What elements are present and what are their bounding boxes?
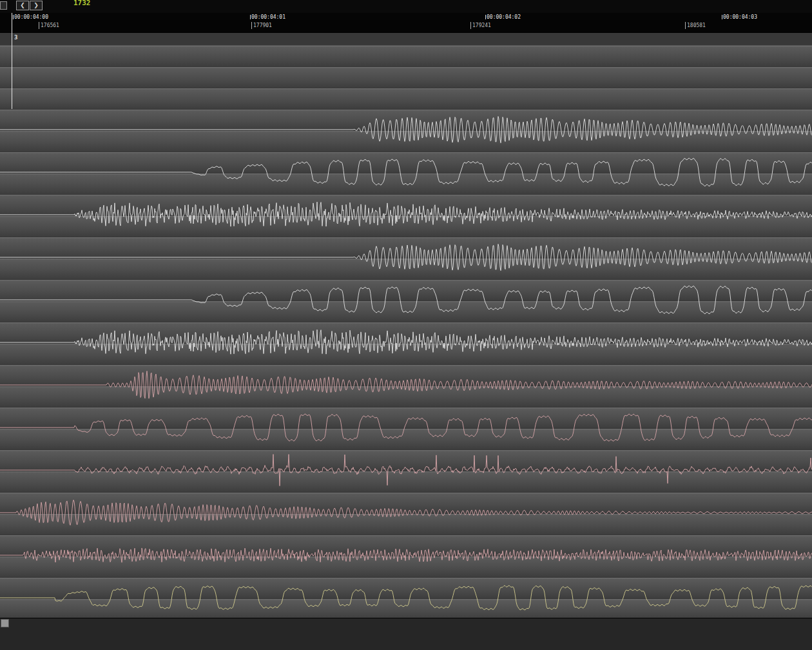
sample-label: 179241	[472, 23, 491, 28]
timecode-label: 00:00:04:00	[14, 14, 48, 20]
waveform-canvas	[0, 46, 812, 618]
sample-tick	[470, 22, 471, 29]
sample-label: 180581	[687, 23, 706, 28]
waveform-track-5[interactable]	[0, 286, 812, 313]
top-toolbar: ❮ ❯ 1732	[0, 0, 812, 13]
sample-tick	[685, 22, 686, 29]
chevron-right-icon[interactable]: ❯	[30, 1, 43, 10]
waveform-track-2[interactable]	[0, 158, 812, 186]
waveform-track-3[interactable]	[0, 202, 812, 226]
sample-label: 176561	[41, 23, 59, 28]
timecode-label: 00:00:04:03	[723, 14, 757, 20]
timecode-tick	[250, 15, 251, 19]
waveform-track-10[interactable]	[0, 500, 812, 525]
waveform-track-9[interactable]	[0, 455, 812, 486]
sample-label: 177901	[253, 23, 272, 28]
scroll-corner-button[interactable]	[1, 619, 9, 627]
waveform-track-1[interactable]	[0, 117, 812, 143]
sample-tick	[39, 22, 39, 29]
timecode-label: 00:00:04:01	[251, 14, 285, 20]
waveform-track-4[interactable]	[0, 244, 812, 271]
waveform-track-12[interactable]	[0, 586, 812, 610]
corner-button[interactable]	[0, 1, 7, 10]
marker-strip: 3	[0, 33, 812, 46]
audio-editor-window: ❮ ❯ 1732 00:00:04:0017656100:00:04:01177…	[0, 0, 812, 650]
timeline-ruler[interactable]: 00:00:04:0017656100:00:04:0117790100:00:…	[0, 13, 812, 33]
timecode-tick	[722, 15, 722, 19]
sample-tick	[251, 22, 252, 29]
timecode-label: 00:00:04:02	[487, 14, 521, 20]
frame-counter: 1732	[73, 0, 91, 6]
bottom-bar	[0, 618, 812, 650]
playhead-cursor[interactable]	[12, 13, 12, 109]
marker-number: 3	[14, 34, 17, 41]
track-lanes	[0, 46, 812, 618]
timecode-tick	[485, 15, 486, 19]
waveform-track-7[interactable]	[0, 371, 812, 399]
waveform-track-11[interactable]	[0, 548, 812, 562]
chevron-left-icon[interactable]: ❮	[16, 1, 29, 10]
waveform-track-6[interactable]	[0, 330, 812, 354]
waveform-track-8[interactable]	[0, 414, 812, 441]
timecode-tick	[13, 15, 14, 19]
